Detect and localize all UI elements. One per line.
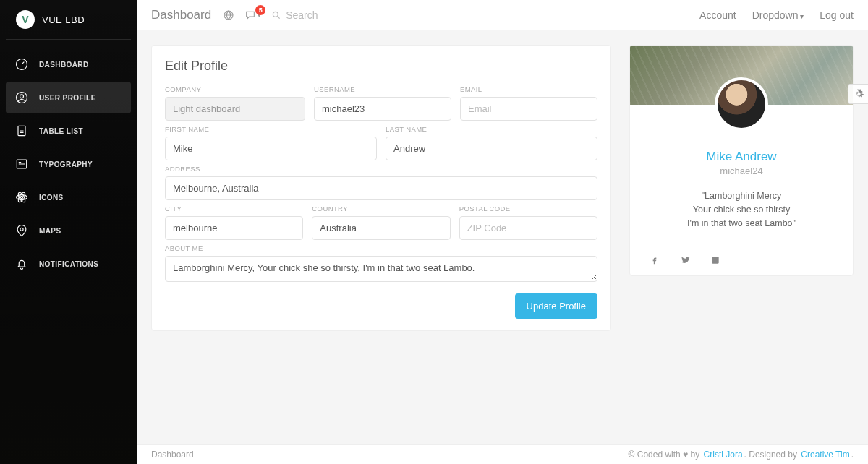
city-field[interactable] xyxy=(165,216,303,240)
google-plus-icon[interactable] xyxy=(710,255,721,267)
username-field[interactable] xyxy=(314,97,451,121)
globe-button[interactable] xyxy=(223,9,234,21)
edit-profile-card: Edit Profile COMPANY USERNAME EMAIL FIRS… xyxy=(151,45,611,331)
brand-logo: V xyxy=(16,10,35,29)
search-icon xyxy=(271,10,281,20)
clipboard-list-icon xyxy=(14,124,29,138)
main-content: Edit Profile COMPANY USERNAME EMAIL FIRS… xyxy=(137,30,868,444)
brand-name: VUE LBD xyxy=(42,14,85,25)
sidebar-item-dashboard[interactable]: DASHBOARD xyxy=(6,48,131,80)
sidebar-item-label: ICONS xyxy=(39,194,64,202)
chat-icon xyxy=(244,9,256,21)
newspaper-icon xyxy=(14,157,29,171)
footer-designer-link[interactable]: Creative Tim xyxy=(801,450,849,460)
sidebar-item-maps[interactable]: MAPS xyxy=(6,215,131,246)
label-country: COUNTRY xyxy=(312,205,450,212)
footer-author-link[interactable]: Cristi Jora xyxy=(704,450,743,460)
svg-point-6 xyxy=(17,195,27,200)
topbar: Dashboard ▾ 5 Search Account Dropdown Lo… xyxy=(137,0,868,30)
sidebar-nav: DASHBOARD USER PROFILE TABLE LIST TYPOGR… xyxy=(0,46,137,284)
label-postal: POSTAL CODE xyxy=(459,205,597,212)
footer-left[interactable]: Dashboard xyxy=(151,450,194,460)
label-lastname: LAST NAME xyxy=(386,125,597,133)
footer-credits: © Coded with ♥ by Cristi Jora. Designed … xyxy=(629,450,854,460)
bell-icon xyxy=(14,257,29,271)
profile-handle: michael24 xyxy=(630,166,853,176)
gear-icon xyxy=(853,88,864,100)
sidebar-item-notifications[interactable]: NOTIFICATIONS xyxy=(6,248,131,280)
sidebar-item-label: USER PROFILE xyxy=(39,94,96,102)
address-field[interactable] xyxy=(165,176,597,200)
label-company: COMPANY xyxy=(165,85,305,93)
svg-point-2 xyxy=(20,95,24,98)
about-field[interactable]: Lamborghini Mercy, Your chick she so thi… xyxy=(165,256,597,282)
avatar[interactable] xyxy=(715,77,768,131)
svg-rect-12 xyxy=(712,257,718,264)
label-firstname: FIRST NAME xyxy=(165,125,377,133)
page-title: Dashboard xyxy=(151,8,211,22)
brand[interactable]: V VUE LBD xyxy=(6,7,131,40)
profile-card: Mike Andrew michael24 "Lamborghini Mercy… xyxy=(629,45,854,276)
label-username: USERNAME xyxy=(314,85,451,93)
label-address: ADDRESS xyxy=(165,165,597,173)
card-title: Edit Profile xyxy=(165,59,597,74)
search-placeholder: Search xyxy=(286,9,318,21)
map-pin-icon xyxy=(14,223,29,238)
twitter-icon[interactable] xyxy=(679,255,691,267)
sidebar-item-label: TYPOGRAPHY xyxy=(39,160,93,168)
nav-logout[interactable]: Log out xyxy=(820,9,854,21)
search-input[interactable]: Search xyxy=(271,9,318,21)
gauge-icon xyxy=(14,57,29,72)
facebook-icon[interactable] xyxy=(649,255,660,267)
sidebar-item-label: TABLE LIST xyxy=(39,127,83,135)
user-circle-icon xyxy=(14,90,29,105)
nav-account[interactable]: Account xyxy=(699,9,736,21)
profile-quote: "Lamborghini Mercy Your chick she so thi… xyxy=(652,189,831,230)
sidebar-item-typography[interactable]: TYPOGRAPHY xyxy=(6,148,131,180)
first-name-field[interactable] xyxy=(165,137,377,160)
sidebar-item-label: MAPS xyxy=(39,227,61,235)
label-about: ABOUT ME xyxy=(165,244,597,252)
sidebar-item-user-profile[interactable]: USER PROFILE xyxy=(6,82,131,113)
atom-icon xyxy=(14,190,29,205)
svg-point-9 xyxy=(20,228,23,231)
settings-gear-button[interactable] xyxy=(848,84,868,104)
postal-field[interactable] xyxy=(459,216,597,240)
company-field xyxy=(165,97,305,121)
profile-name[interactable]: Mike Andrew xyxy=(630,150,853,164)
update-profile-button[interactable]: Update Profile xyxy=(515,293,597,319)
sidebar: V VUE LBD DASHBOARD USER PROFILE TABLE L… xyxy=(0,0,137,464)
sidebar-item-label: DASHBOARD xyxy=(39,61,89,69)
footer: Dashboard © Coded with ♥ by Cristi Jora.… xyxy=(137,444,868,464)
label-email: EMAIL xyxy=(460,85,597,93)
notification-badge: 5 xyxy=(255,5,265,15)
country-field[interactable] xyxy=(312,216,450,240)
email-field[interactable] xyxy=(460,97,597,121)
sidebar-item-label: NOTIFICATIONS xyxy=(39,260,98,268)
last-name-field[interactable] xyxy=(386,137,597,160)
sidebar-item-table-list[interactable]: TABLE LIST xyxy=(6,115,131,147)
nav-dropdown[interactable]: Dropdown xyxy=(752,9,804,21)
label-city: CITY xyxy=(165,205,303,212)
globe-icon xyxy=(223,9,234,21)
profile-socials xyxy=(630,246,853,267)
sidebar-item-icons[interactable]: ICONS xyxy=(6,181,131,213)
notifications-button[interactable]: ▾ 5 xyxy=(244,9,261,21)
svg-point-11 xyxy=(273,12,278,17)
svg-point-5 xyxy=(20,196,22,198)
